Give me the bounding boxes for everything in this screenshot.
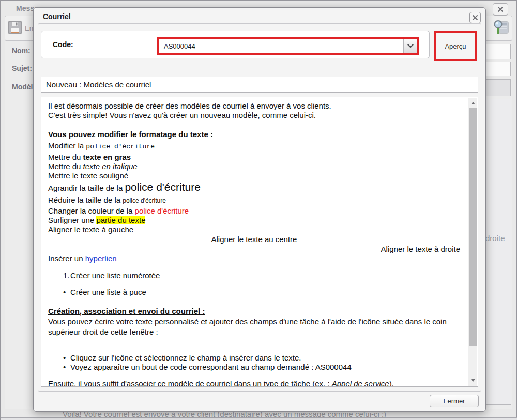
code-panel: Code: AS000044	[41, 31, 430, 58]
list-number-marker: 1.	[63, 271, 70, 280]
rt-paragraph: Surligner une partie du texte	[48, 216, 460, 225]
color-line-prefix: Changer la couleur de la	[48, 206, 135, 215]
bullet-list-item: •Voyez apparaître un bout de code corres…	[48, 363, 460, 372]
intro-line-1: Il est désormais possible de créer des m…	[48, 101, 331, 110]
italic-sample-text: texte en italique	[83, 162, 138, 171]
dialog-close-button[interactable]	[469, 12, 481, 23]
closing-line-italic: Appel de service	[332, 379, 389, 387]
arrow-down-icon	[471, 379, 475, 382]
close-icon	[497, 6, 504, 12]
rt-paragraph: Mettre le texte souligné	[48, 171, 460, 181]
align-center-line: Aligner le texte au centre	[48, 234, 460, 244]
email-body-editor[interactable]: Il est désormais possible de créer des m…	[41, 97, 478, 387]
save-icon[interactable]	[7, 19, 23, 38]
fermer-button[interactable]: Fermer	[430, 395, 479, 407]
rt-paragraph: Mettre du texte en italique	[48, 162, 460, 171]
rt-paragraph: Il est désormais possible de créer des m…	[48, 101, 460, 111]
apercu-button[interactable]: Aperçu	[436, 33, 475, 59]
courriel-dialog: Courriel Code: AS000044 Aperçu Nouveau :…	[33, 7, 486, 412]
closing-line-suffix: ).	[389, 379, 394, 387]
underline-sample-text: texte souligné	[81, 171, 129, 180]
bullet-marker: •	[63, 363, 70, 372]
annotation-box-apercu: Aperçu	[434, 31, 477, 61]
font-line-prefix: Modifier la	[48, 141, 86, 150]
editor-scrollbar[interactable]	[468, 98, 477, 386]
scroll-down-button[interactable]	[468, 376, 477, 385]
numbered-list-text: Créer une liste numérotée	[70, 271, 160, 280]
nom-label: Nom:	[12, 47, 31, 55]
bullet-list-text: Créer une liste à puce	[70, 288, 146, 296]
grow-line-prefix: Agrandir la taille de la	[48, 184, 125, 192]
large-font-sample-text: police d'écriture	[125, 181, 200, 193]
rt-paragraph: C'est très simple! Vous n'avez qu'à crée…	[48, 111, 460, 120]
blank-line	[48, 120, 460, 129]
small-font-sample-text: police d'écriture	[123, 197, 166, 204]
blank-line	[48, 280, 460, 288]
subject-input[interactable]: Nouveau : Modèles de courriel	[41, 77, 478, 93]
rt-paragraph: Réduire la taille de la police d'écritur…	[48, 195, 460, 206]
code-dropdown-value: AS000044	[159, 42, 403, 50]
instruction-bullet-1: Cliquez sur l'icône et sélectionnez le c…	[70, 353, 301, 362]
link-line-prefix: Insérer un	[48, 254, 85, 263]
monospace-sample-text: police d'écriture	[86, 143, 155, 151]
blank-line	[48, 263, 460, 271]
align-left-line: Aligner le texte à gauche	[48, 225, 460, 234]
preview-document-icon[interactable]	[492, 19, 511, 39]
blank-line	[48, 297, 460, 305]
rt-paragraph: Ensuite, il vous suffit d'associer ce mo…	[48, 379, 460, 387]
rt-paragraph: Agrandir la taille de la police d'écritu…	[48, 181, 460, 195]
background-text-fragment: droite	[485, 234, 511, 243]
dialog-title: Courriel	[43, 12, 71, 21]
chevron-down-icon	[407, 44, 414, 48]
align-right-line: Aligner le texte à droite	[48, 244, 460, 254]
rt-paragraph: Mettre du texte en gras	[48, 153, 460, 162]
highlight-line-prefix: Surligner une	[48, 216, 96, 224]
close-icon	[472, 14, 478, 21]
background-editor-fragment[interactable]	[485, 99, 511, 405]
bullet-marker: •	[63, 353, 70, 363]
intro-line-2: C'est très simple! Vous n'avez qu'à crée…	[48, 111, 316, 119]
annotation-box-code: AS000044	[157, 37, 419, 55]
bold-sample-text: texte en gras	[83, 153, 131, 161]
code-dropdown[interactable]: AS000044	[159, 39, 417, 53]
save-button-label[interactable]: En	[25, 24, 33, 32]
instruction-bullet-2: Voyez apparaître un bout de code corresp…	[70, 363, 352, 371]
bullet-marker: •	[63, 288, 70, 297]
arrow-up-icon	[471, 102, 475, 104]
shrink-line-prefix: Réduire la taille de la	[48, 196, 123, 204]
rt-paragraph: Vous pouvez écrire votre texte personnal…	[48, 317, 460, 337]
modele-field-fragment[interactable]	[485, 79, 511, 96]
highlighted-sample-text: partie du texte	[96, 216, 145, 224]
creation-heading: Création, association et envoi du courri…	[48, 306, 460, 317]
rich-text-content: Il est désormais possible de créer des m…	[41, 97, 464, 386]
code-label: Code:	[53, 40, 73, 49]
underline-line-prefix: Mettre le	[48, 171, 81, 180]
bold-line-prefix: Mettre du	[48, 153, 83, 161]
hyperlink-sample[interactable]: hyperlien	[85, 254, 117, 263]
italic-line-prefix: Mettre du	[48, 162, 83, 171]
dropdown-button[interactable]	[403, 39, 417, 53]
background-window-close-button[interactable]	[493, 3, 508, 16]
rt-paragraph: Insérer un hyperlien	[48, 254, 460, 263]
nom-field-fragment[interactable]	[485, 44, 511, 59]
rt-paragraph: Modifier la police d'écriture	[48, 140, 460, 153]
window-bottom-strip	[1, 418, 517, 420]
formatting-heading: Vous pouvez modifier le formatage du tex…	[48, 129, 460, 140]
blank-line	[48, 372, 460, 379]
rt-paragraph: Changer la couleur de la police d'écritu…	[48, 206, 460, 216]
blank-line	[48, 337, 460, 353]
scrollbar-thumb[interactable]	[469, 108, 477, 346]
scroll-up-button[interactable]	[468, 99, 477, 108]
closing-line-prefix: Ensuite, il vous suffit d'associer ce mo…	[48, 379, 332, 387]
bullet-list-item: •Créer une liste à puce	[48, 288, 460, 297]
bullet-list-item: •Cliquez sur l'icône et sélectionnez le …	[48, 353, 460, 363]
numbered-list-item: 1.Créer une liste numérotée	[48, 271, 460, 280]
red-font-sample-text: police d'écriture	[135, 206, 189, 215]
sujet-field-fragment[interactable]	[485, 62, 511, 76]
sujet-label: Sujet:	[12, 64, 32, 72]
